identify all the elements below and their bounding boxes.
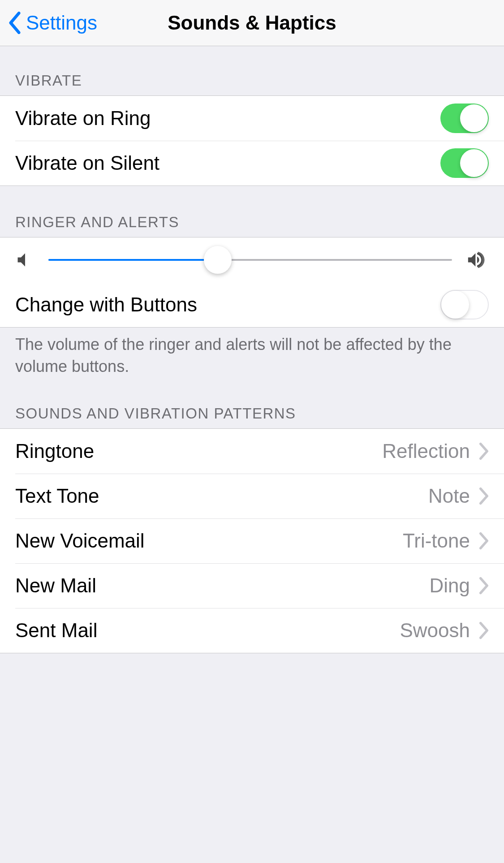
slider-thumb[interactable]	[204, 246, 232, 274]
nav-back-label: Settings	[26, 12, 97, 34]
ringtone-row[interactable]: Ringtone Reflection	[0, 429, 504, 474]
vibrate-on-silent-row: Vibrate on Silent	[0, 141, 504, 186]
row-value: Reflection	[382, 440, 470, 462]
row-label: Vibrate on Silent	[15, 152, 440, 174]
page-title: Sounds & Haptics	[168, 12, 336, 34]
chevron-right-icon	[479, 442, 489, 460]
section-header-sounds: Sounds and Vibration Patterns	[0, 377, 504, 428]
row-label: Ringtone	[15, 440, 382, 462]
speaker-low-icon	[15, 250, 35, 270]
chevron-left-icon	[7, 12, 22, 34]
toggle-knob	[460, 149, 488, 177]
nav-back-button[interactable]: Settings	[0, 12, 97, 34]
toggle-knob	[460, 104, 488, 132]
vibrate-on-silent-toggle[interactable]	[440, 148, 489, 178]
text-tone-row[interactable]: Text Tone Note	[0, 474, 504, 518]
new-voicemail-row[interactable]: New Voicemail Tri-tone	[0, 518, 504, 563]
row-value: Swoosh	[400, 619, 470, 642]
row-label: New Voicemail	[15, 530, 403, 552]
row-value: Tri-tone	[403, 530, 470, 552]
ringer-list: Change with Buttons	[0, 237, 504, 328]
change-with-buttons-toggle[interactable]	[440, 290, 489, 319]
row-label: Sent Mail	[15, 619, 400, 642]
section-header-vibrate: Vibrate	[0, 46, 504, 95]
section-header-ringer: Ringer and Alerts	[0, 186, 504, 237]
toggle-knob	[441, 291, 469, 319]
sounds-list: Ringtone Reflection Text Tone Note New V…	[0, 428, 504, 653]
slider-fill	[48, 259, 218, 261]
chevron-right-icon	[479, 532, 489, 550]
chevron-right-icon	[479, 577, 489, 595]
chevron-right-icon	[479, 487, 489, 505]
new-mail-row[interactable]: New Mail Ding	[0, 563, 504, 608]
nav-bar: Settings Sounds & Haptics	[0, 0, 504, 46]
vibrate-list: Vibrate on Ring Vibrate on Silent	[0, 95, 504, 186]
ringer-volume-slider[interactable]	[48, 259, 452, 261]
row-label: Vibrate on Ring	[15, 107, 440, 129]
speaker-high-icon	[465, 250, 489, 270]
sent-mail-row[interactable]: Sent Mail Swoosh	[0, 608, 504, 653]
change-with-buttons-row: Change with Buttons	[0, 282, 504, 327]
vibrate-on-ring-toggle[interactable]	[440, 104, 489, 133]
row-value: Note	[428, 485, 470, 507]
chevron-right-icon	[479, 621, 489, 639]
ringer-footer: The volume of the ringer and alerts will…	[0, 328, 504, 377]
ringer-volume-row	[0, 237, 504, 282]
row-value: Ding	[430, 574, 470, 597]
row-label: New Mail	[15, 574, 430, 597]
row-label: Text Tone	[15, 485, 428, 507]
vibrate-on-ring-row: Vibrate on Ring	[0, 96, 504, 141]
row-label: Change with Buttons	[15, 293, 440, 316]
